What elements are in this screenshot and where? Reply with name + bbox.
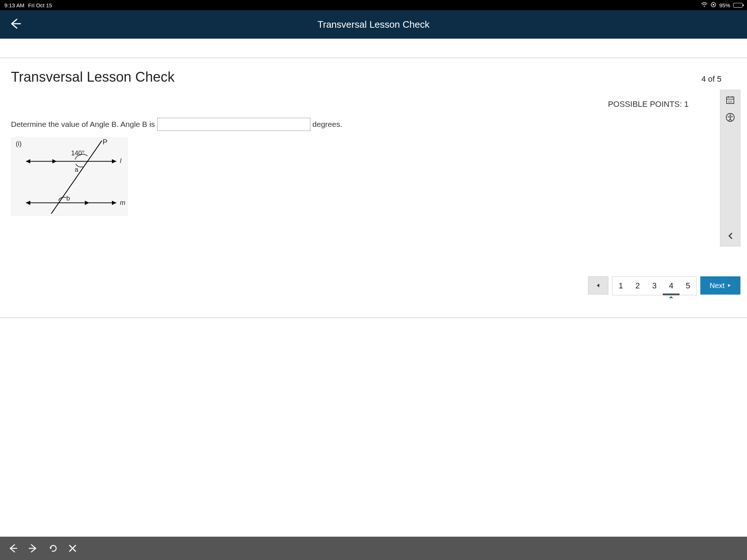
status-time: 9:13 AM bbox=[4, 2, 24, 8]
battery-icon bbox=[733, 3, 743, 8]
pager-next-button[interactable]: Next bbox=[700, 276, 740, 295]
svg-marker-21 bbox=[597, 284, 599, 287]
close-icon[interactable] bbox=[68, 544, 77, 553]
question-row: Determine the value of Angle B. Angle B … bbox=[11, 118, 736, 131]
angle-b-label: b bbox=[66, 195, 70, 202]
status-date: Fri Oct 15 bbox=[28, 2, 52, 8]
battery-percent: 95% bbox=[719, 2, 730, 8]
angle-a-label: a bbox=[75, 166, 78, 173]
svg-marker-22 bbox=[728, 284, 731, 287]
figure-label: (i) bbox=[16, 140, 22, 147]
collapse-panel-icon[interactable] bbox=[727, 232, 733, 241]
point-p-label: P bbox=[102, 138, 107, 146]
svg-marker-9 bbox=[112, 201, 116, 205]
pager-item-2[interactable]: 2 bbox=[629, 277, 646, 295]
line-m-label: m bbox=[120, 199, 125, 206]
geometry-diagram: (i) l m P 140° a b bbox=[11, 137, 128, 216]
pager-item-4[interactable]: 4 bbox=[663, 277, 680, 295]
question-suffix: degrees. bbox=[313, 120, 342, 129]
possible-points: POSSIBLE POINTS: 1 bbox=[11, 100, 736, 109]
app-header: Transversal Lesson Check bbox=[0, 10, 747, 39]
lesson-heading: Transversal Lesson Check bbox=[11, 69, 174, 85]
question-prefix: Determine the value of Angle B. Angle B … bbox=[11, 120, 155, 129]
status-bar: 9:13 AM Fri Oct 15 95% bbox=[0, 0, 747, 10]
pager-item-3[interactable]: 3 bbox=[646, 277, 663, 295]
line-l-label: l bbox=[120, 157, 122, 164]
orientation-lock-icon bbox=[711, 2, 716, 9]
app-title: Transversal Lesson Check bbox=[318, 19, 430, 30]
pager-item-5[interactable]: 5 bbox=[680, 277, 696, 295]
side-tool-panel bbox=[720, 90, 740, 246]
next-label: Next bbox=[709, 281, 724, 290]
accessibility-icon[interactable] bbox=[725, 113, 735, 124]
svg-marker-4 bbox=[26, 159, 30, 163]
answer-input[interactable] bbox=[157, 118, 310, 131]
pager-item-1[interactable]: 1 bbox=[612, 277, 629, 295]
svg-marker-6 bbox=[52, 159, 57, 163]
lower-gap bbox=[0, 317, 747, 361]
back-button[interactable] bbox=[9, 17, 22, 32]
svg-rect-2 bbox=[713, 4, 714, 5]
header-gap bbox=[0, 39, 747, 58]
pager-numbers: 1 2 3 4 5 bbox=[612, 276, 697, 295]
angle-140-label: 140° bbox=[71, 149, 85, 157]
pager-prev-button[interactable] bbox=[588, 276, 608, 295]
svg-point-20 bbox=[729, 114, 731, 116]
svg-point-0 bbox=[704, 5, 705, 7]
nav-forward-icon[interactable] bbox=[28, 543, 39, 554]
content-area: Transversal Lesson Check 4 of 5 POSSIBLE… bbox=[0, 58, 747, 216]
wifi-icon bbox=[701, 2, 708, 8]
svg-marker-5 bbox=[112, 159, 116, 163]
svg-marker-8 bbox=[26, 201, 30, 205]
reload-icon[interactable] bbox=[48, 543, 58, 553]
calendar-icon[interactable] bbox=[725, 95, 735, 106]
browser-toolbar bbox=[0, 537, 747, 560]
svg-marker-23 bbox=[50, 547, 52, 549]
svg-marker-10 bbox=[85, 201, 89, 205]
progress-indicator: 4 of 5 bbox=[701, 74, 721, 84]
question-pager: 1 2 3 4 5 Next bbox=[588, 276, 740, 295]
nav-back-icon[interactable] bbox=[7, 543, 18, 554]
